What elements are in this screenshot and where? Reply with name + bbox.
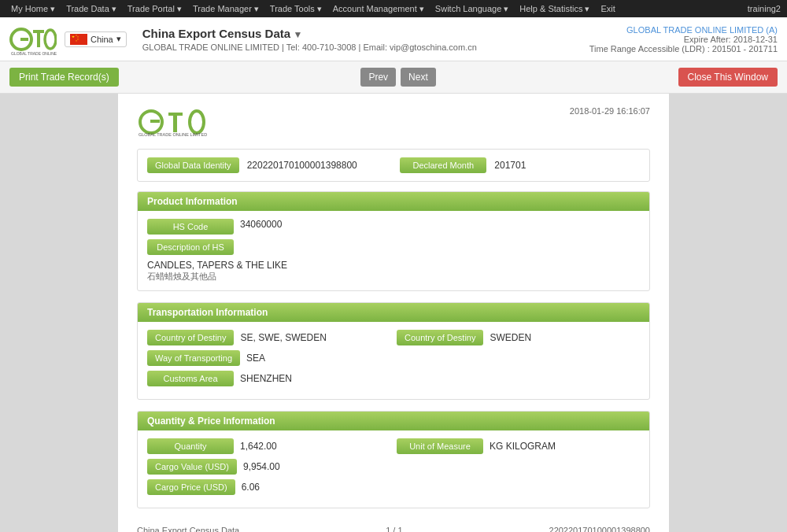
customs-area-row: Customs Area SHENZHEN xyxy=(147,371,640,386)
country-destiny-value: SE, SWE, SWEDEN xyxy=(240,332,390,343)
close-button-top[interactable]: Close This Window xyxy=(678,68,778,87)
header-right: GLOBAL TRADE ONLINE LIMITED (A) Expire A… xyxy=(589,25,778,54)
svg-text:GLOBAL TRADE ONLINE LIMITED: GLOBAL TRADE ONLINE LIMITED xyxy=(139,132,207,137)
print-record-button-top[interactable]: Print Trade Record(s) xyxy=(9,68,119,87)
country-destiny2-label: Country of Destiny xyxy=(397,330,483,345)
cargo-price-label: Cargo Price (USD) xyxy=(147,479,235,495)
nav-trade-tools[interactable]: Trade Tools ▾ xyxy=(265,2,327,16)
gto-link[interactable]: GLOBAL TRADE ONLINE LIMITED (A) xyxy=(626,25,778,35)
top-action-bar: Print Trade Record(s) Prev Next Close Th… xyxy=(0,61,787,94)
gto-logo: GLOBAL TRADE ONLINE LIMITED xyxy=(9,22,57,57)
action-bar-right: Close This Window xyxy=(678,68,778,87)
country-destiny-row: Country of Destiny SE, SWE, SWEDEN Count… xyxy=(147,330,640,345)
transport-info-section: Transportation Information Country of De… xyxy=(137,302,650,400)
expire-text: Expire After: 2018-12-31 xyxy=(589,35,778,44)
prev-button-top[interactable]: Prev xyxy=(360,68,396,87)
declared-month-label: Declared Month xyxy=(400,157,486,173)
record-timestamp: 2018-01-29 16:16:07 xyxy=(570,106,650,116)
way-transporting-value: SEA xyxy=(246,353,640,364)
hs-code-value: 34060000 xyxy=(240,219,640,230)
svg-point-17 xyxy=(190,111,204,133)
nav-switch-language[interactable]: Switch Language ▾ xyxy=(430,2,513,16)
flag-label: China xyxy=(91,35,113,44)
svg-rect-4 xyxy=(37,30,40,47)
main-content: GLOBAL TRADE ONLINE LIMITED 2018-01-29 1… xyxy=(118,94,669,532)
top-nav: My Home ▾ Trade Data ▾ Trade Portal ▾ Tr… xyxy=(0,0,787,17)
svg-text:GLOBAL TRADE ONLINE LIMITED: GLOBAL TRADE ONLINE LIMITED xyxy=(11,51,57,56)
cargo-price-value: 6.06 xyxy=(242,482,640,493)
record-gto-logo: GLOBAL TRADE ONLINE LIMITED xyxy=(137,106,216,138)
hs-code-label: HS Code xyxy=(147,219,234,235)
quantity-label: Quantity xyxy=(147,438,234,454)
header-subtitle: GLOBAL TRADE ONLINE LIMITED | Tel: 400-7… xyxy=(142,42,574,52)
global-data-identity-value: 220220170100001398800 xyxy=(247,160,393,171)
description-row: Description of HS xyxy=(147,239,640,255)
nav-trade-data[interactable]: Trade Data ▾ xyxy=(61,2,121,16)
nav-trade-manager[interactable]: Trade Manager ▾ xyxy=(188,2,264,16)
global-identity-section: Global Data Identity 2202201701000013988… xyxy=(137,149,650,182)
hs-code-row: HS Code 34060000 xyxy=(147,219,640,235)
cargo-price-row: Cargo Price (USD) 6.06 xyxy=(147,479,640,495)
top-nav-left: My Home ▾ Trade Data ▾ Trade Portal ▾ Tr… xyxy=(6,2,620,16)
time-range-text: Time Range Accessible (LDR) : 201501 - 2… xyxy=(589,44,778,54)
cargo-value-label: Cargo Value (USD) xyxy=(147,459,237,475)
customs-area-label: Customs Area xyxy=(147,371,234,386)
transport-info-body: Country of Destiny SE, SWE, SWEDEN Count… xyxy=(138,322,649,399)
way-transporting-row: Way of Transporting SEA xyxy=(147,350,640,366)
description-value: CANDLES, TAPERS & THE LIKE 石蜡蜡烛及其他品 xyxy=(147,260,640,283)
header-center: China Export Census Data ▼ GLOBAL TRADE … xyxy=(127,27,589,52)
country-destiny-label: Country of Destiny xyxy=(147,330,234,345)
page-title: China Export Census Data ▼ xyxy=(142,27,574,40)
description-hs-label: Description of HS xyxy=(147,239,234,255)
svg-rect-2 xyxy=(20,38,28,41)
record-footer-middle: 1 / 1 xyxy=(386,526,402,532)
transport-info-header: Transportation Information xyxy=(138,303,649,322)
china-flag-icon xyxy=(70,34,87,45)
flag-dropdown-icon: ▾ xyxy=(116,34,121,44)
record-footer-right: 220220170100001398800 xyxy=(549,526,650,532)
unit-measure-label: Unit of Measure xyxy=(397,438,483,454)
header-bar: GLOBAL TRADE ONLINE LIMITED China ▾ Chin… xyxy=(0,17,787,61)
unit-measure-value: KG KILOGRAM xyxy=(490,441,640,452)
action-bar-left: Print Trade Record(s) xyxy=(9,68,119,87)
flag-country-selector[interactable]: China ▾ xyxy=(65,31,127,47)
product-info-body: HS Code 34060000 Description of HS CANDL… xyxy=(138,211,649,290)
cargo-value-row: Cargo Value (USD) 9,954.00 xyxy=(147,459,640,475)
nav-exit[interactable]: Exit xyxy=(596,2,619,16)
record-footer-left: China Export Census Data xyxy=(137,526,239,532)
nav-my-home[interactable]: My Home ▾ xyxy=(6,2,60,16)
declared-month-value: 201701 xyxy=(494,160,640,171)
next-button-top[interactable]: Next xyxy=(401,68,436,87)
quantity-info-section: Quantity & Price Information Quantity 1,… xyxy=(137,411,650,508)
way-transporting-label: Way of Transporting xyxy=(147,350,240,366)
nav-account-management[interactable]: Account Management ▾ xyxy=(328,2,429,16)
customs-area-value: SHENZHEN xyxy=(240,373,640,384)
quantity-value: 1,642.00 xyxy=(240,441,390,452)
outer-wrapper: Print Trade Record(s) Prev Next Close Th… xyxy=(0,61,787,532)
cargo-value-value: 9,954.00 xyxy=(243,461,640,472)
quantity-info-body: Quantity 1,642.00 Unit of Measure KG KIL… xyxy=(138,430,649,508)
header-left: GLOBAL TRADE ONLINE LIMITED China ▾ xyxy=(9,22,127,57)
record-logo: GLOBAL TRADE ONLINE LIMITED xyxy=(137,106,216,138)
record-footer: China Export Census Data 1 / 1 220220170… xyxy=(137,519,650,532)
svg-rect-16 xyxy=(173,113,177,132)
top-nav-user: training2 xyxy=(748,4,781,13)
nav-trade-portal[interactable]: Trade Portal ▾ xyxy=(123,2,187,16)
nav-buttons-top: Prev Next xyxy=(360,68,435,87)
country-destiny2-value: SWEDEN xyxy=(490,332,640,343)
nav-help-statistics[interactable]: Help & Statistics ▾ xyxy=(515,2,594,16)
product-info-header: Product Information xyxy=(138,192,649,211)
global-data-identity-label: Global Data Identity xyxy=(147,157,239,173)
product-info-section: Product Information HS Code 34060000 Des… xyxy=(137,191,650,291)
svg-rect-7 xyxy=(70,34,87,45)
svg-rect-14 xyxy=(150,120,160,123)
quantity-info-header: Quantity & Price Information xyxy=(138,412,649,430)
record-header: GLOBAL TRADE ONLINE LIMITED 2018-01-29 1… xyxy=(137,106,650,138)
quantity-row: Quantity 1,642.00 Unit of Measure KG KIL… xyxy=(147,438,640,454)
